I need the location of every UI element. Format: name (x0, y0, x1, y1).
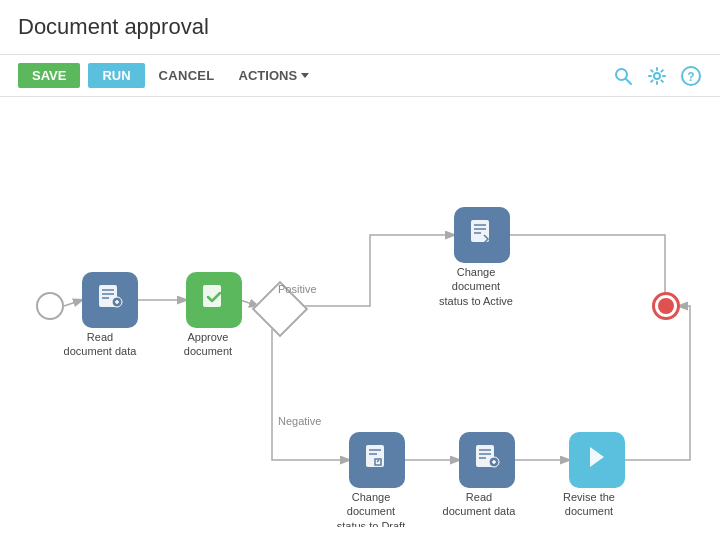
svg-point-2 (654, 73, 660, 79)
change-status-active-node[interactable] (454, 207, 510, 263)
approve-document-node[interactable] (186, 272, 242, 328)
change-draft-icon (362, 442, 392, 478)
save-button[interactable]: SAVE (18, 63, 80, 88)
end-event[interactable] (652, 292, 680, 320)
revise-document-node[interactable] (569, 432, 625, 488)
header: Document approval (0, 0, 720, 54)
read-document-data-node[interactable] (82, 272, 138, 328)
read-document-data-2-node[interactable] (459, 432, 515, 488)
read-document-icon (95, 282, 125, 318)
actions-button[interactable]: ACTIONS (229, 63, 320, 88)
read-document-data-2-label: Read document data (441, 490, 517, 519)
chevron-down-icon (301, 73, 309, 78)
read-document-2-icon (472, 442, 502, 478)
read-document-data-label: Read document data (62, 330, 138, 359)
end-inner (658, 298, 674, 314)
change-status-draft-label: Change document status to Draft (331, 490, 411, 527)
cancel-button[interactable]: CANCEL (149, 63, 225, 88)
search-icon[interactable] (612, 65, 634, 87)
positive-label: Positive (278, 283, 317, 295)
start-event[interactable] (36, 292, 64, 320)
page-title: Document approval (18, 14, 702, 40)
toolbar-right: ? (612, 65, 702, 87)
canvas: Read document data Approve document Chan… (0, 97, 720, 527)
revise-icon (582, 442, 612, 478)
change-status-active-label: Change document status to Active (436, 265, 516, 308)
settings-icon[interactable] (646, 65, 668, 87)
help-icon[interactable]: ? (680, 65, 702, 87)
svg-rect-18 (471, 220, 489, 242)
svg-line-1 (626, 79, 631, 84)
change-status-draft-node[interactable] (349, 432, 405, 488)
run-button[interactable]: RUN (88, 63, 144, 88)
change-active-icon (467, 217, 497, 253)
svg-text:?: ? (687, 70, 694, 84)
svg-marker-33 (590, 447, 604, 467)
revise-document-label: Revise the document (551, 490, 627, 519)
svg-line-5 (64, 300, 82, 306)
approve-document-label: Approve document (170, 330, 246, 359)
toolbar: SAVE RUN CANCEL ACTIONS ? (0, 54, 720, 97)
approve-icon (199, 282, 229, 318)
negative-label: Negative (278, 415, 321, 427)
